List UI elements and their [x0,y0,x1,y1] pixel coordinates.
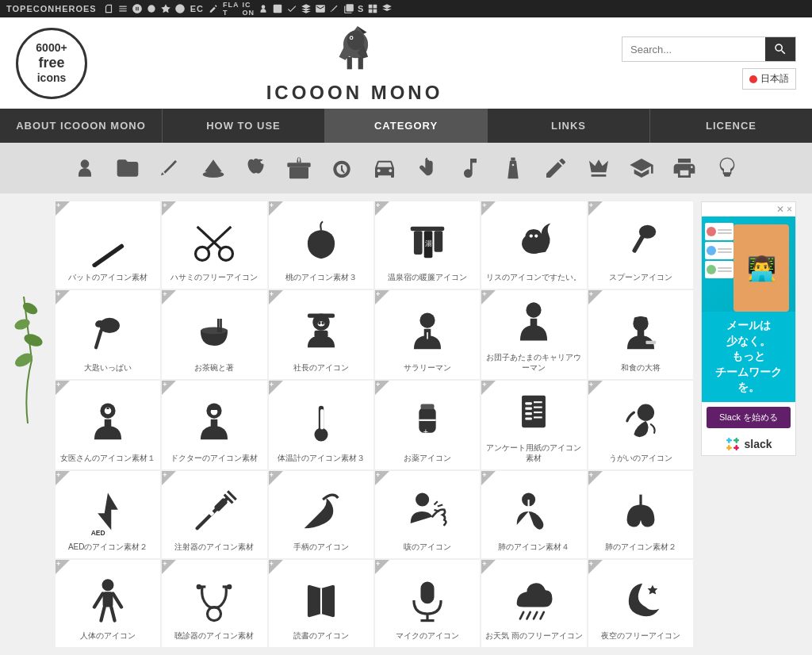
icon-cell-stethoscope[interactable]: + 聴診器のアイコン素材 [162,560,266,647]
icon-cell-boss[interactable]: + 社長のアイコン [269,290,373,379]
icon-cell-noren[interactable]: + 湯 温泉宿の暖簾アイコン [375,201,480,289]
cat-icon-music[interactable] [450,149,491,187]
icon-cell-chef[interactable]: + 和食の大将 [588,290,693,379]
cat-icon-alarm[interactable] [321,149,362,187]
icon-cell-career-woman[interactable]: + お団子あたまのキャリアウーマン [481,290,586,379]
svg-rect-19 [289,167,308,179]
svg-rect-29 [92,243,125,267]
icon-cell-lungs4[interactable]: + 肺のアイコン素材４ [481,471,586,558]
svg-rect-53 [308,314,335,318]
header: 6000+ free icons ICOOON MONO [0,17,812,109]
search-button[interactable] [765,37,795,61]
svg-point-58 [420,312,435,328]
cat-icon-pencil[interactable] [535,149,576,187]
ad-main-text: メールは少なく。もっとチームワークを。 [708,318,789,396]
icon-cell-female-doctor[interactable]: + 女医さんのアイコン素材１ [56,381,160,469]
category-icons-row [0,143,812,193]
header-center: ICOOON MONO [87,23,622,104]
brand-name: TOPECONHEROES [6,4,97,13]
cat-icon-apple[interactable] [236,149,277,187]
nav-item-licence[interactable]: LICENCE [650,109,812,143]
cat-icon-graduation[interactable] [621,149,662,187]
cat-icon-folder[interactable] [107,149,148,187]
icon-cell-medicine[interactable]: + + お薬アイコン [375,381,480,469]
icon-cell-doctor[interactable]: + ドクターのアイコン素材 [162,381,266,469]
ad-box: ✕ × 👨‍💻 [701,201,796,456]
language-selector[interactable]: 日本語 [742,68,796,90]
logo-line1: 6000+ [36,41,67,55]
icon-cell-rain[interactable]: + お天気 雨のフリーアイコン [481,560,586,647]
cat-icon-car[interactable] [364,149,405,187]
svg-marker-123 [647,585,657,595]
nav-item-links[interactable]: LINKS [488,109,650,143]
icon-cell-reading[interactable]: + 読書のアイコン [269,560,373,647]
left-decoration [8,201,48,647]
icon-cell-aed[interactable]: + AED AEDのアイコン素材２ [56,471,160,558]
svg-rect-77 [320,409,324,430]
nav-item-howto[interactable]: HOW TO USE [163,109,325,143]
lang-flag [749,75,757,83]
icon-cell-gargle[interactable]: + うがいのアイコン [588,381,693,469]
icon-cell-bowl[interactable]: + お茶碗と著 [162,290,266,379]
icon-cell-scissors[interactable]: + ハサミのフリーアイコン [162,201,266,289]
svg-rect-66 [638,331,645,338]
svg-rect-79 [419,419,435,421]
cat-icon-printer[interactable] [664,149,705,187]
svg-rect-129 [726,446,732,449]
icon-cell-survey[interactable]: + アンケート用紙のアイコン素材 [481,381,586,469]
svg-rect-67 [645,341,656,344]
icon-cell-lungs2[interactable]: + 肺のアイコン素材２ [588,471,693,558]
main-content: + バットのアイコン素材 + ハサミのフリーアイコン + [0,193,812,655]
svg-line-107 [113,593,122,607]
search-input[interactable] [622,39,765,60]
svg-rect-63 [530,319,538,328]
cat-icon-hand[interactable] [407,149,448,187]
lang-label: 日本語 [760,72,789,86]
svg-text:+: + [423,427,428,436]
icon-cell-tablespoon[interactable]: + 大匙いっぱい [56,290,160,379]
nav-item-about[interactable]: ABOUT ICOOON MONO [0,109,163,143]
cat-icon-hat[interactable] [193,149,234,187]
icon-cell-night-sky[interactable]: + 夜空のフリーアイコン [588,560,693,647]
svg-rect-86 [526,417,533,419]
ad-close-bar: ✕ × [702,202,795,216]
svg-rect-127 [733,439,739,442]
icon-cell-bat[interactable]: + バットのアイコン素材 [56,201,160,289]
icon-cell-ladle[interactable]: + 手柄のアイコン [269,471,373,558]
icon-cell-cough[interactable]: + 咳のアイコン [375,471,480,558]
ad-docs-illustration [705,223,733,278]
cat-icon-gift[interactable] [278,149,320,187]
cat-icon-crown[interactable] [578,149,619,187]
svg-line-99 [435,501,438,504]
slack-text: slack [744,438,772,450]
icon-cell-thermometer[interactable]: + 体温計のアイコン素材３ [269,381,373,469]
cat-icon-lighthouse[interactable] [492,149,534,187]
cat-icon-person[interactable] [64,149,105,187]
svg-point-17 [81,159,90,168]
ad-cta-button[interactable]: Slack を始める [707,407,791,428]
icon-cell-peach[interactable]: + 桃のアイコン素材３ [269,201,373,289]
svg-point-49 [201,328,228,335]
site-title: ICOOON MONO [266,82,443,104]
svg-point-104 [102,579,114,591]
ad-close-button[interactable]: ✕ × [776,204,792,215]
nav-item-category[interactable]: CATEGORY [325,109,488,143]
svg-point-26 [22,331,44,348]
cat-icon-syringe[interactable] [150,149,191,187]
svg-rect-84 [526,408,533,410]
cat-icon-skull[interactable] [707,149,748,187]
icon-cell-squirrel[interactable]: + リスのアイコンですたい。 [481,201,586,289]
svg-point-0 [147,5,155,12]
svg-line-100 [438,504,442,506]
ad-doc-icon3 [707,265,716,274]
icon-cell-syringe[interactable]: + 注射器のアイコン素材 [162,471,266,558]
icon-cell-human-body[interactable]: + 人体のアイコン [56,560,160,647]
icon-cell-microphone[interactable]: + マイクのアイコン [375,560,480,647]
svg-rect-74 [211,406,218,410]
svg-line-121 [534,612,537,619]
svg-rect-72 [211,419,218,428]
icon-cell-salaryman[interactable]: + サラリーマン [375,290,480,379]
svg-point-1 [262,5,266,9]
logo-line2: free [38,55,64,72]
icon-cell-spoon[interactable]: + スプーンアイコン [588,201,693,289]
